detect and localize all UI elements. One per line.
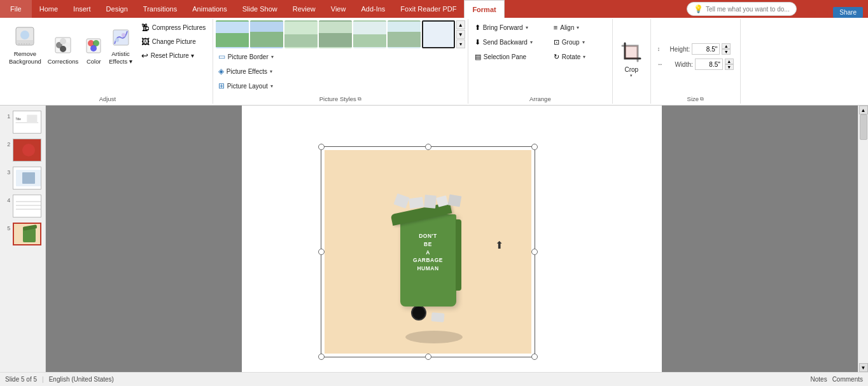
- paper-1: [394, 193, 410, 209]
- remove-bg-label: RemoveBackground: [9, 50, 41, 65]
- selection-pane-button[interactable]: ▤ Selection Pane: [472, 50, 549, 64]
- gallery-scroll-up[interactable]: ▲: [456, 20, 465, 29]
- artistic-effects-button[interactable]: ArtisticEffects ▾: [106, 20, 135, 66]
- tab-insert[interactable]: Insert: [66, 0, 99, 18]
- height-decrement[interactable]: ▼: [722, 49, 731, 55]
- svg-rect-24: [22, 172, 35, 184]
- slide-img-3[interactable]: [13, 167, 41, 190]
- picture-layout-button[interactable]: ⊞ Picture Layout ▾: [216, 79, 465, 93]
- handle-middle-right[interactable]: [531, 249, 538, 255]
- picture-style-6[interactable]: [388, 20, 421, 48]
- arrange-group-label: Arrange: [472, 94, 608, 102]
- tab-design[interactable]: Design: [99, 0, 136, 18]
- height-label: Height:: [663, 46, 690, 53]
- slide-canvas[interactable]: ↻: [242, 106, 662, 372]
- slide-num-3: 3: [4, 167, 10, 176]
- scrollbar-track: [859, 114, 868, 363]
- width-increment[interactable]: ▲: [725, 59, 734, 64]
- group-button[interactable]: ⊡ Group ▾: [551, 35, 608, 49]
- handle-bottom-right[interactable]: [531, 354, 538, 360]
- slide-2-preview: [13, 139, 41, 161]
- slides-panel: 1 Title 2: [0, 106, 46, 372]
- slide-thumb-2[interactable]: 2: [4, 139, 41, 162]
- send-backward-label: Send Backward: [483, 39, 528, 46]
- tab-home[interactable]: Home: [32, 0, 66, 18]
- rotate-icon: ↻: [554, 53, 559, 61]
- notes-button[interactable]: Notes: [811, 376, 827, 383]
- handle-bottom-left[interactable]: [318, 354, 325, 360]
- picture-styles-expand[interactable]: ⧉: [358, 96, 361, 102]
- color-icon: [85, 38, 102, 57]
- gallery-more[interactable]: ▾: [456, 39, 465, 48]
- picture-border-button[interactable]: ▭ Picture Border ▾: [216, 50, 465, 64]
- picture-effects-button[interactable]: ◈ Picture Effects ▾: [216, 64, 465, 78]
- handle-top-left[interactable]: [318, 144, 325, 150]
- color-button[interactable]: Color: [82, 20, 105, 66]
- send-backward-button[interactable]: ⬇ Send Backward ▾: [472, 35, 549, 49]
- width-decrement[interactable]: ▼: [725, 64, 734, 70]
- slide-thumb-3[interactable]: 3: [4, 167, 41, 190]
- handle-middle-left[interactable]: [318, 249, 325, 255]
- align-button[interactable]: ≡ Align ▾: [551, 20, 608, 34]
- adjust-group-content: RemoveBackground Corrections Color: [6, 20, 209, 93]
- svg-point-13: [115, 38, 119, 42]
- tab-foxitpdf[interactable]: Foxit Reader PDF: [393, 0, 464, 18]
- height-input[interactable]: [692, 43, 720, 55]
- slide-img-2[interactable]: [13, 139, 41, 162]
- picture-style-4[interactable]: [319, 20, 352, 48]
- slide-thumb-1[interactable]: 1 Title: [4, 111, 41, 134]
- scrollbar-up-button[interactable]: ▲: [859, 106, 868, 114]
- scrollbar-down-button[interactable]: ▼: [859, 363, 868, 372]
- scrollbar-thumb[interactable]: [860, 114, 867, 140]
- picture-style-1[interactable]: [216, 20, 249, 48]
- slide-img-1[interactable]: Title: [13, 111, 41, 134]
- tab-view[interactable]: View: [323, 0, 354, 18]
- handle-top-center[interactable]: [425, 144, 431, 150]
- picture-style-5[interactable]: [353, 20, 386, 48]
- svg-point-11: [90, 45, 97, 52]
- signin-link[interactable]: Sign in: [807, 9, 829, 17]
- adjust-small-buttons: 🗜 Compress Pictures 🖼 Change Picture ↩ R…: [139, 20, 209, 62]
- crop-button[interactable]: Crop ▾: [619, 39, 644, 81]
- tab-review[interactable]: Review: [285, 0, 323, 18]
- picture-style-3[interactable]: [284, 20, 318, 48]
- tab-slideshow[interactable]: Slide Show: [235, 0, 285, 18]
- share-button[interactable]: Share: [833, 7, 863, 18]
- selected-image-container[interactable]: DON'T BE A GARBAGE HUMAN: [325, 150, 531, 354]
- tab-format[interactable]: Format: [464, 0, 504, 18]
- bring-forward-button[interactable]: ⬆ Bring Forward ▾: [472, 20, 549, 34]
- tell-me-box[interactable]: 💡 Tell me what you want to do...: [687, 2, 797, 16]
- handle-bottom-center[interactable]: [425, 354, 431, 360]
- picture-style-2[interactable]: [250, 20, 283, 48]
- picture-styles-group: ▲ ▼ ▾ ▭ Picture Border ▾ ◈ Picture Effec…: [213, 19, 468, 104]
- bring-forward-arrow: ▾: [526, 25, 528, 31]
- tell-me-placeholder: Tell me what you want to do...: [706, 6, 790, 13]
- garbage-can: DON'T BE A GARBAGE HUMAN: [395, 195, 461, 321]
- corrections-button[interactable]: Corrections: [45, 20, 81, 66]
- color-label: Color: [87, 58, 101, 65]
- gallery-scroll-down[interactable]: ▼: [456, 30, 465, 39]
- tab-addins[interactable]: Add-Ins: [353, 0, 393, 18]
- slide-thumb-4[interactable]: 4: [4, 195, 41, 217]
- svg-point-21: [22, 144, 35, 156]
- comments-button[interactable]: Comments: [832, 376, 863, 383]
- remove-background-button[interactable]: RemoveBackground: [6, 20, 44, 66]
- width-input[interactable]: [695, 59, 723, 70]
- slide-thumb-5[interactable]: 5: [4, 223, 41, 245]
- tab-file[interactable]: File: [0, 0, 32, 18]
- size-expand-arrow[interactable]: ⧉: [700, 96, 704, 102]
- picture-layout-label: Picture Layout: [227, 83, 268, 90]
- slide-img-4[interactable]: [13, 195, 41, 217]
- height-increment[interactable]: ▲: [722, 43, 731, 49]
- width-icon: ↔: [657, 61, 663, 67]
- picture-style-7[interactable]: [422, 20, 455, 48]
- change-picture-button[interactable]: 🖼 Change Picture: [139, 34, 209, 48]
- rotate-button[interactable]: ↻ Rotate ▾: [551, 50, 608, 64]
- tab-transitions[interactable]: Transitions: [136, 0, 185, 18]
- compress-pictures-button[interactable]: 🗜 Compress Pictures: [139, 20, 209, 34]
- lightbulb-icon: 💡: [694, 4, 703, 13]
- tab-animations[interactable]: Animations: [185, 0, 234, 18]
- handle-top-right[interactable]: [531, 144, 538, 150]
- slide-img-5[interactable]: [13, 223, 41, 245]
- reset-picture-button[interactable]: ↩ Reset Picture ▾: [139, 48, 209, 62]
